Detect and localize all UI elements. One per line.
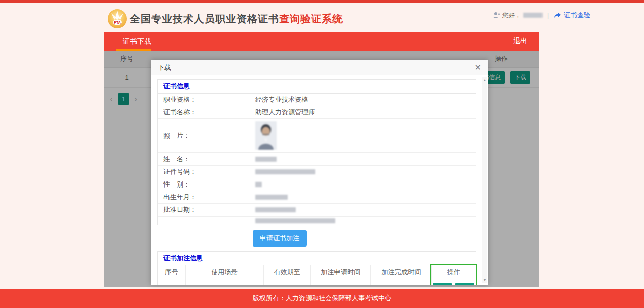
field-row-birth-date: 出生年月： <box>158 191 476 204</box>
modal-body: 证书信息 职业资格： 经济专业技术资格 证书名称： 助理人力资源管理师 照 片： <box>151 75 488 285</box>
username-redacted <box>523 13 543 18</box>
field-row-name: 姓 名： <box>158 153 476 166</box>
annotation-table-header: 序号 使用场景 有效期至 加注申请时间 加注完成时间 操作 <box>158 265 476 280</box>
id-photo <box>255 121 277 150</box>
gender-redacted <box>255 182 262 187</box>
site-header: PTA 全国专业技术人员职业资格证书查询验证系统 您好， | 证书查验 <box>0 3 644 32</box>
apply-annotation-button[interactable]: 申请证书加注 <box>253 230 307 247</box>
svg-text:PTA: PTA <box>114 21 120 24</box>
extra-info-redacted <box>255 218 335 223</box>
tab-cert-download[interactable]: 证书下载 <box>123 32 151 51</box>
annotation-table: 序号 使用场景 有效期至 加注申请时间 加注完成时间 操作 1 本人调用 202… <box>158 265 476 285</box>
download-modal: 下载 ✕ 证书信息 职业资格： 经济专业技术资格 证书名称： 助理人力资源管理师… <box>151 60 488 285</box>
field-row-extra <box>158 217 476 225</box>
copyright-text: 版权所有：人力资源和社会保障部人事考试中心 <box>253 294 391 302</box>
brand: PTA 全国专业技术人员职业资格证书查询验证系统 <box>107 9 343 29</box>
name-redacted <box>255 157 277 162</box>
field-row-approval-date: 批准日期： <box>158 204 476 217</box>
annotation-section: 证书加注信息 序号 使用场景 有效期至 加注申请时间 加注完成时间 操作 1 本… <box>157 251 476 285</box>
id-number-redacted <box>255 169 315 174</box>
field-row-gender: 性 别： <box>158 178 476 191</box>
birth-date-redacted <box>255 195 288 200</box>
cert-verify-link[interactable]: 证书查验 <box>564 11 590 20</box>
annotation-view-button[interactable]: 查看 <box>433 283 452 285</box>
header-divider: | <box>547 12 549 19</box>
field-row-id-number: 证件号码： <box>158 166 476 178</box>
modal-scrollbar[interactable]: ▲ ▼ <box>482 77 487 283</box>
field-row-cert-name: 证书名称： 助理人力资源管理师 <box>158 106 476 119</box>
logout-button[interactable]: 退出 <box>513 37 527 46</box>
user-icon <box>493 12 500 19</box>
annotation-section-title: 证书加注信息 <box>158 252 476 265</box>
cert-info-section: 证书信息 职业资格： 经济专业技术资格 证书名称： 助理人力资源管理师 照 片： <box>157 79 476 225</box>
share-arrow-icon <box>553 12 561 19</box>
annotation-table-row: 1 本人调用 2022-03-16 2021-12-16 10:53:02 20… <box>158 280 476 285</box>
modal-titlebar: 下载 ✕ <box>151 60 488 75</box>
site-footer: 版权所有：人力资源和社会保障部人事考试中心 <box>0 289 644 308</box>
modal-title: 下载 <box>158 63 171 72</box>
main-nav: 证书下载 退出 <box>104 32 539 51</box>
user-area: 您好， | 证书查验 <box>493 11 590 20</box>
tab-cert-download-label: 证书下载 <box>123 37 151 45</box>
cert-info-section-title: 证书信息 <box>158 80 476 94</box>
site-title: 全国专业技术人员职业资格证书 <box>130 12 279 26</box>
pta-logo-icon: PTA <box>107 9 127 29</box>
approval-date-redacted <box>255 207 296 212</box>
annotation-download-button[interactable]: 下载 <box>455 283 474 285</box>
modal-close-icon[interactable]: ✕ <box>474 64 481 72</box>
site-subtitle: 查询验证系统 <box>279 12 343 26</box>
greeting-text: 您好， <box>502 11 521 20</box>
field-row-photo: 照 片： <box>158 119 476 153</box>
scroll-up-icon[interactable]: ▲ <box>483 78 487 82</box>
field-row-qualification: 职业资格： 经济专业技术资格 <box>158 94 476 106</box>
scroll-down-icon[interactable]: ▼ <box>483 278 487 282</box>
